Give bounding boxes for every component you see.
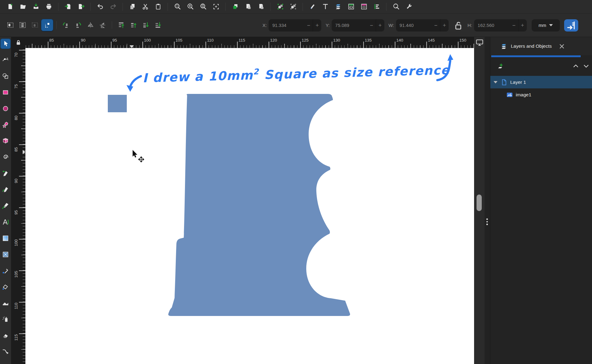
lock-ratio-toggle[interactable]	[453, 19, 463, 32]
expander[interactable]	[493, 79, 498, 86]
cut-button[interactable]	[139, 1, 152, 12]
dropper-tool[interactable]	[0, 266, 11, 276]
find-replace-button[interactable]	[390, 1, 402, 12]
x-decrement-button[interactable]: −	[304, 19, 313, 32]
preferences-button[interactable]	[402, 1, 415, 12]
layers-dialog-button[interactable]	[332, 1, 345, 12]
tweak-tool[interactable]	[0, 298, 11, 308]
lower-to-bottom-button[interactable]	[152, 19, 164, 31]
tab-layers-and-objects[interactable]: Layers and Objects	[490, 37, 592, 55]
raise-to-top-button[interactable]	[115, 19, 127, 31]
monitor-icon[interactable]	[476, 39, 484, 46]
spray-tool[interactable]	[0, 314, 11, 325]
layer-row-layer-1[interactable]: Layer 1	[490, 76, 592, 88]
shape-builder-tool[interactable]	[0, 71, 11, 81]
zoom-selection-button[interactable]	[171, 1, 184, 12]
paste-button[interactable]	[152, 1, 164, 12]
select-all-button[interactable]	[4, 19, 17, 31]
add-layer-button[interactable]	[495, 61, 506, 71]
zoom-drawing-button[interactable]	[184, 1, 197, 12]
connector-tool[interactable]	[0, 347, 11, 357]
import-button[interactable]	[62, 1, 74, 12]
document-open-button[interactable]	[17, 1, 29, 12]
panel-divider[interactable]	[485, 37, 490, 364]
scrollbar-thumb[interactable]	[477, 195, 482, 211]
command-bar	[0, 0, 592, 13]
toolbar-separator	[56, 21, 57, 29]
pencil-tool[interactable]	[0, 184, 11, 195]
x-increment-button[interactable]: +	[313, 19, 321, 32]
selector-tool[interactable]	[0, 39, 11, 49]
flip-vertical-button[interactable]	[96, 19, 109, 31]
duplicate-button[interactable]	[229, 1, 242, 12]
toolbox	[0, 37, 11, 364]
unit-dropdown[interactable]: mm	[532, 19, 560, 32]
rotate-cw-button[interactable]	[72, 19, 84, 31]
unlink-clone-button[interactable]	[255, 1, 267, 12]
document-save-button[interactable]	[29, 1, 42, 12]
text-dialog-button[interactable]	[319, 1, 332, 12]
rotate-ccw-button[interactable]	[60, 19, 72, 31]
vertical-scrollbar[interactable]	[474, 48, 485, 364]
lower-button[interactable]	[140, 19, 152, 31]
print-button[interactable]	[42, 1, 55, 12]
group-objects-button[interactable]	[274, 1, 287, 12]
xml-editor-button[interactable]	[345, 1, 357, 12]
document-new-button[interactable]	[4, 1, 17, 12]
w-increment-button[interactable]: +	[440, 19, 449, 32]
layer-row-image1[interactable]: image1	[490, 88, 592, 101]
rectangle-tool[interactable]	[0, 87, 11, 98]
toggle-selection-box-button[interactable]	[41, 19, 53, 31]
ruler-major-tick	[111, 42, 111, 48]
gradient-tool[interactable]	[0, 233, 11, 243]
h-decrement-button[interactable]: −	[510, 19, 518, 32]
flip-horizontal-button[interactable]	[84, 19, 96, 31]
canvas[interactable]: I drew a 10mm2 Square as size reference	[25, 48, 474, 364]
height-field[interactable]: 162.560 − +	[474, 19, 527, 32]
object-properties-button[interactable]	[357, 1, 370, 12]
panel-drag-handle-icon[interactable]	[486, 218, 488, 225]
horizontal-ruler[interactable]: 859095100105110115120125130135140145150	[25, 37, 474, 48]
enter-group-button[interactable]	[287, 1, 300, 12]
traced-shape[interactable]	[168, 94, 350, 316]
box-3d-tool[interactable]	[0, 136, 11, 146]
mesh-gradient-tool[interactable]	[0, 249, 11, 260]
undo-button[interactable]	[94, 1, 107, 12]
node-editor-tool[interactable]	[0, 55, 11, 65]
zoom-page-button[interactable]	[197, 1, 209, 12]
copy-button[interactable]	[126, 1, 139, 12]
y-increment-button[interactable]: +	[376, 19, 384, 32]
spiral-tool[interactable]	[0, 152, 11, 162]
create-clone-button[interactable]	[242, 1, 255, 12]
vertical-ruler[interactable]: 707580859095100105110115120	[11, 48, 25, 364]
lower-icon	[142, 21, 149, 29]
x-field[interactable]: 91.334 − +	[269, 19, 321, 32]
export-button[interactable]	[74, 1, 87, 12]
w-decrement-button[interactable]: −	[432, 19, 440, 32]
paint-bucket-tool[interactable]	[0, 282, 11, 292]
reference-square[interactable]	[108, 95, 127, 112]
scale-stroke-toggle[interactable]	[564, 19, 578, 32]
ruler-corner[interactable]	[11, 37, 25, 48]
h-increment-button[interactable]: +	[518, 19, 527, 32]
y-field[interactable]: 75.089 − +	[332, 19, 384, 32]
ruler-major-tick	[426, 42, 427, 48]
width-field[interactable]: 91.440 − +	[396, 19, 449, 32]
redo-button[interactable]	[107, 1, 119, 12]
move-down-button[interactable]	[581, 61, 591, 71]
draw-path-button[interactable]	[306, 1, 319, 12]
y-decrement-button[interactable]: −	[368, 19, 376, 32]
calligraphy-tool[interactable]	[0, 201, 11, 211]
text-tool[interactable]	[0, 217, 11, 227]
align-distribute-button[interactable]	[370, 1, 383, 12]
close-panel-button[interactable]	[558, 43, 565, 50]
deselect-button[interactable]	[29, 19, 41, 31]
star-tool[interactable]	[0, 120, 11, 130]
pen-tool[interactable]	[0, 168, 11, 179]
raise-button[interactable]	[127, 19, 140, 31]
move-up-button[interactable]	[571, 61, 581, 71]
eraser-tool[interactable]	[0, 330, 11, 341]
zoom-center-page-button[interactable]	[209, 1, 222, 12]
ellipse-tool[interactable]	[0, 103, 11, 114]
select-all-layers-button[interactable]	[17, 19, 29, 31]
